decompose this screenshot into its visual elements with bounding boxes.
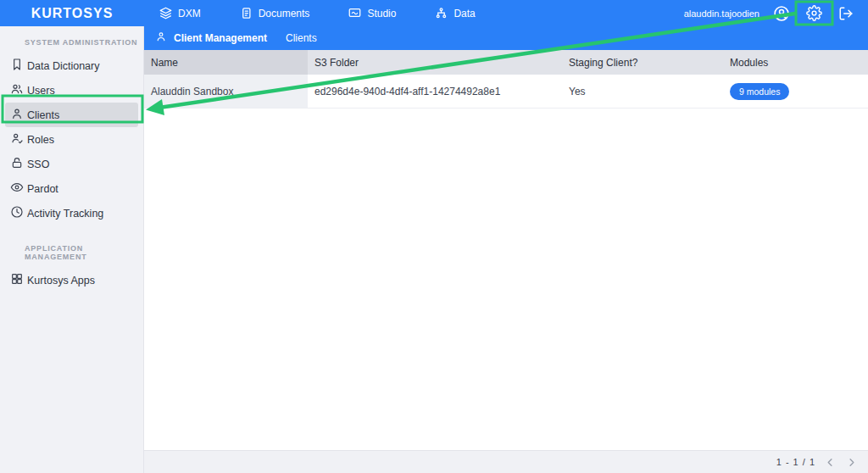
breadcrumb-page[interactable]: Clients [286,32,317,44]
nav-item-label: Documents [259,8,310,19]
cell-modules: 9 modules [723,75,868,108]
chevron-left-icon[interactable] [823,455,837,469]
sidebar-section-gap [0,225,143,239]
sidebar-item-label: Activity Tracking [27,208,103,220]
layers-icon [159,7,172,19]
nav-item-studio[interactable]: Studio [348,7,396,19]
user-avatar-icon[interactable] [771,3,792,24]
logo-area: KURTOSYS [0,6,144,21]
person-icon [10,107,24,123]
cell-name: Alauddin Sandbox [144,75,308,108]
nav-item-data[interactable]: Data [435,7,475,19]
main-content: Client Management Clients Name S3 Folder… [144,26,868,473]
top-nav: DXM Documents Studio Data [159,7,476,19]
bookmark-icon [10,58,24,74]
sidebar-item-data-dictionary[interactable]: Data Dictionary [5,53,138,78]
pagination-label: 1 - 1 / 1 [776,457,815,467]
column-header-staging-client[interactable]: Staging Client? [562,50,723,75]
chevron-right-icon[interactable] [844,455,858,469]
sidebar-item-clients[interactable]: Clients [5,103,138,127]
brand-logo: KURTOSYS [31,6,114,21]
pagination-bar: 1 - 1 / 1 [144,450,868,473]
person-check-icon [10,131,24,147]
nav-item-label: Studio [367,8,396,19]
sidebar-item-roles[interactable]: Roles [5,127,138,152]
top-right-controls: alauddin.tajoodien [684,3,868,24]
person-icon [155,31,167,46]
table-header: Name S3 Folder Staging Client? Modules [144,50,868,75]
breadcrumb: Client Management Clients [144,26,868,50]
nav-item-documents[interactable]: Documents [240,7,310,19]
top-bar: KURTOSYS DXM Documents Studio Data alaud… [0,0,868,26]
column-header-name[interactable]: Name [144,50,308,75]
sitemap-icon [435,7,448,19]
sidebar-item-label: Clients [27,109,59,121]
cell-s3-folder: ed296d4e-940d-4df4-aff1-14274492a8e1 [308,75,562,108]
sidebar-section-system-administration: SYSTEM ADMINISTRATION [0,33,143,53]
logout-icon[interactable] [836,3,856,24]
nav-item-label: Data [453,8,475,19]
sidebar-item-label: Roles [27,134,54,146]
document-icon [240,7,253,19]
users-icon [10,82,24,98]
sidebar-item-label: Kurtosys Apps [27,275,95,287]
nav-item-label: DXM [178,8,201,19]
sidebar-item-label: SSO [27,159,49,170]
sidebar-item-activity-tracking[interactable]: Activity Tracking [5,201,138,225]
table-empty-area [144,109,868,450]
column-header-s3-folder[interactable]: S3 Folder [308,50,562,75]
sidebar-item-label: Data Dictionary [27,60,99,72]
sidebar-item-label: Pardot [27,183,58,195]
lock-icon [10,156,24,172]
cell-staging-client: Yes [562,75,723,108]
modules-badge[interactable]: 9 modules [730,83,789,100]
studio-board-icon [348,7,361,19]
username: alauddin.tajoodien [684,8,760,19]
sidebar-item-kurtosys-apps[interactable]: Kurtosys Apps [5,268,138,292]
sidebar-item-label: Users [27,85,55,97]
table-row[interactable]: Alauddin Sandbox ed296d4e-940d-4df4-aff1… [144,75,868,109]
sidebar-section-application-management: APPLICATION MANAGEMENT [0,239,143,268]
clock-icon [10,205,24,221]
nav-item-dxm[interactable]: DXM [159,7,201,19]
column-header-modules[interactable]: Modules [723,50,868,75]
eye-icon [10,181,24,197]
sidebar-item-sso[interactable]: SSO [5,152,138,176]
settings-gear-icon[interactable] [804,3,824,24]
sidebar-item-pardot[interactable]: Pardot [5,176,138,201]
sidebar: SYSTEM ADMINISTRATION Data Dictionary Us… [0,26,144,473]
breadcrumb-section[interactable]: Client Management [174,32,267,44]
sidebar-item-users[interactable]: Users [5,78,138,103]
grid-icon [10,272,24,288]
